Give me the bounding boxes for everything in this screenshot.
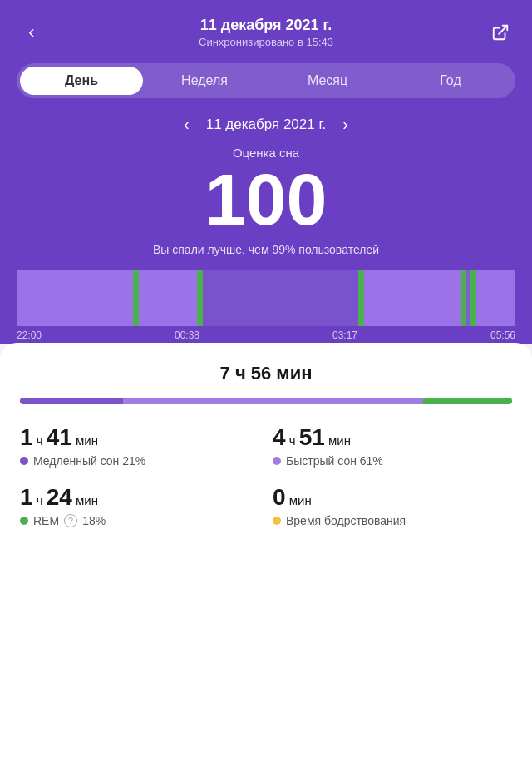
stat-awake-label: Время бодрствования (273, 514, 512, 527)
chart-seg-1 (17, 270, 133, 326)
chart-green-4 (461, 270, 466, 326)
chart-time-3: 03:17 (332, 329, 357, 341)
tab-day[interactable]: День (20, 67, 143, 95)
chart-time-4: 05:56 (490, 329, 515, 341)
header-title: 11 декабря 2021 г. Синхронизировано в 15… (199, 17, 333, 48)
stat-fast-time: 4 ч 51 мин (273, 424, 512, 451)
back-button[interactable]: ‹ (17, 17, 47, 47)
chart-green-3 (358, 270, 364, 326)
export-button[interactable] (485, 17, 515, 47)
period-tabs: День Неделя Месяц Год (17, 63, 515, 98)
tab-year[interactable]: Год (389, 67, 512, 95)
stat-slow-sleep: 1 ч 41 мин Медленный сон 21% (20, 424, 259, 468)
sleep-score-section: Оценка сна 100 Вы спали лучше, чем 99% п… (17, 146, 515, 256)
stat-rem-time: 1 ч 24 мин (20, 484, 259, 511)
app-container: ‹ 11 декабря 2021 г. Синхронизировано в … (0, 0, 532, 782)
sleep-progress-bar (20, 398, 512, 404)
stat-awake: 0 мин Время бодрствования (273, 484, 512, 527)
progress-rem (423, 398, 512, 404)
chart-seg-4 (364, 270, 461, 326)
header-date: 11 декабря 2021 г. (199, 17, 333, 34)
stat-fast-label: Быстрый сон 61% (273, 454, 512, 468)
dot-slow (20, 457, 28, 465)
svg-line-0 (499, 26, 507, 34)
chart-seg-3 (203, 270, 358, 326)
total-sleep-label: 7 ч 56 мин (20, 363, 512, 384)
top-bar: ‹ 11 декабря 2021 г. Синхронизировано в … (17, 17, 515, 48)
progress-light (123, 398, 423, 404)
dot-awake (273, 517, 281, 525)
stat-awake-time: 0 мин (273, 484, 512, 511)
chart-times: 22:00 00:38 03:17 05:56 (17, 326, 515, 344)
stat-rem: 1 ч 24 мин REM ? 18% (20, 484, 259, 527)
chart-bars (17, 270, 515, 326)
info-icon-rem[interactable]: ? (64, 514, 77, 527)
prev-date-button[interactable]: ‹ (184, 115, 190, 134)
stat-slow-time: 1 ч 41 мин (20, 424, 259, 451)
stat-fast-sleep: 4 ч 51 мин Быстрый сон 61% (273, 424, 512, 468)
dot-fast (273, 457, 281, 465)
stats-grid: 1 ч 41 мин Медленный сон 21% 4 ч 51 мин … (20, 424, 512, 527)
tab-week[interactable]: Неделя (143, 67, 266, 95)
next-date-button[interactable]: › (342, 115, 348, 134)
dot-rem (20, 517, 28, 525)
header-section: ‹ 11 декабря 2021 г. Синхронизировано в … (0, 0, 532, 344)
tab-month[interactable]: Месяц (266, 67, 389, 95)
stat-rem-label: REM ? 18% (20, 514, 259, 527)
progress-deep (20, 398, 123, 404)
sleep-score-value: 100 (17, 163, 515, 236)
date-navigator: ‹ 11 декабря 2021 г. › (17, 115, 515, 134)
sleep-score-subtitle: Вы спали лучше, чем 99% пользователей (17, 243, 515, 256)
sleep-chart: 22:00 00:38 03:17 05:56 (17, 270, 515, 344)
chart-green-2 (197, 270, 203, 326)
chart-time-2: 00:38 (175, 329, 200, 341)
chart-green-1 (133, 270, 139, 326)
current-date-label: 11 декабря 2021 г. (206, 116, 327, 133)
chart-time-1: 22:00 (17, 329, 42, 341)
stat-slow-label: Медленный сон 21% (20, 454, 259, 468)
header-sync: Синхронизировано в 15:43 (199, 36, 333, 48)
chart-seg-5 (476, 270, 515, 326)
chart-seg-2 (139, 270, 197, 326)
stats-card: 7 ч 56 мин 1 ч 41 мин Медленный сон 21% (0, 343, 532, 782)
chart-green-5 (470, 270, 476, 326)
